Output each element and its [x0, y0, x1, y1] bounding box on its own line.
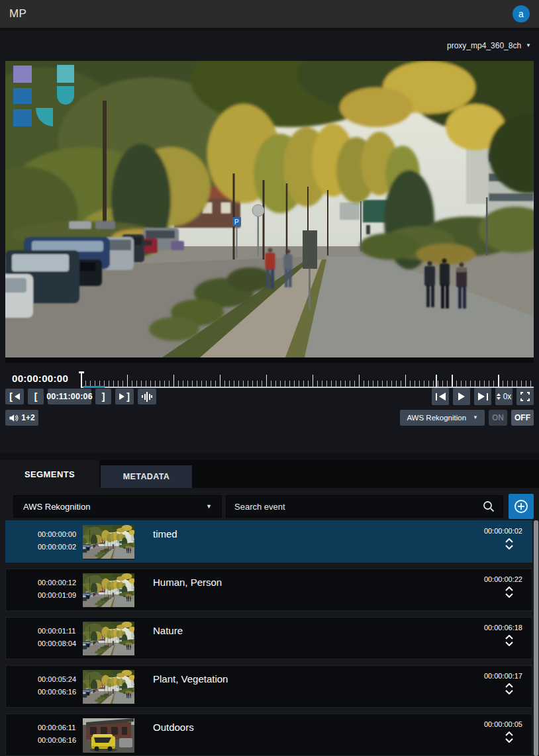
logo-shape: [57, 86, 74, 105]
goto-out-button[interactable]: ]: [115, 389, 134, 404]
overlay-service-button[interactable]: AWS Rekognition ▼: [400, 410, 485, 426]
segment-reorder: [505, 538, 513, 549]
fullscreen-icon: [520, 392, 530, 401]
move-up-button[interactable]: [505, 587, 513, 591]
segment-thumbnail: [83, 670, 134, 704]
segment-right: 00:00:00:05: [484, 718, 522, 751]
audio-channels-button[interactable]: 1+2: [5, 410, 38, 426]
speed-control-button[interactable]: 0x: [495, 388, 513, 405]
plus-circle-icon: [513, 498, 529, 514]
segment-duration: 00:00:00:02: [484, 527, 522, 535]
timeline-ticks: [81, 375, 534, 387]
segment-reorder: [505, 683, 513, 694]
add-segment-button[interactable]: [509, 494, 534, 519]
overlay-on-button[interactable]: ON: [489, 410, 507, 426]
segment-right: 00:00:06:18: [484, 622, 522, 655]
segment-row[interactable]: 00:00:00:00 00:00:00:02 timed 00:00:00:0…: [5, 520, 532, 563]
segment-row[interactable]: 00:00:05:24 00:00:06:16 Plant, Vegetatio…: [5, 665, 532, 708]
logo-shape: [36, 108, 53, 126]
current-timecode: 00:00:00:00: [12, 373, 68, 384]
segments-panel: AWS Rekognition ▼ 00:00:00:00 00:00:00:0…: [0, 488, 539, 756]
segment-thumbnail: [83, 622, 134, 656]
segment-timecodes: 00:00:06:11 00:00:06:16: [38, 718, 77, 751]
segment-right: 00:00:00:22: [484, 573, 522, 606]
playhead[interactable]: [81, 372, 82, 388]
video-frame: [5, 61, 534, 363]
tab-segments[interactable]: SEGMENTS: [0, 460, 99, 488]
next-frame-button[interactable]: [474, 388, 491, 405]
fullscreen-button[interactable]: [516, 388, 534, 405]
timeline-ruler[interactable]: [81, 371, 534, 388]
video-viewport[interactable]: [5, 61, 534, 363]
segments-list: 00:00:00:00 00:00:00:02 timed 00:00:00:0…: [5, 520, 532, 756]
segment-timecodes: 00:00:01:11 00:00:08:04: [38, 622, 77, 655]
chevron-down-icon: ▼: [206, 504, 212, 510]
service-dropdown[interactable]: AWS Rekognition ▼: [13, 495, 222, 518]
goto-in-button[interactable]: [: [5, 389, 24, 404]
segment-right: 00:00:00:02: [484, 525, 522, 558]
segment-label: Nature: [153, 622, 183, 655]
timeline: 00:00:00:00: [5, 369, 534, 389]
search-input[interactable]: [234, 502, 483, 512]
mark-out-button[interactable]: ]: [95, 389, 111, 404]
user-avatar[interactable]: a: [513, 5, 530, 23]
play-icon: [458, 393, 465, 401]
segment-label: Human, Person: [153, 573, 222, 606]
transport-controls: [ [ 00:11:00:06 ] ]: [5, 388, 534, 405]
scrollbar-track: [534, 520, 538, 756]
speed-arrows-icon: [497, 393, 501, 400]
logo-shape: [57, 65, 74, 83]
move-down-button[interactable]: [505, 641, 513, 646]
segment-label: Outdoors: [153, 718, 194, 751]
filter-row: AWS Rekognition ▼: [13, 495, 503, 518]
segment-reorder: [505, 587, 513, 598]
mark-in-button[interactable]: [: [28, 389, 44, 404]
channel-logo-watermark: [8, 65, 74, 126]
segment-label: timed: [153, 525, 177, 558]
scrollbar-thumb[interactable]: [534, 520, 538, 756]
move-down-button[interactable]: [505, 593, 513, 598]
play-button[interactable]: [453, 388, 470, 405]
bar-icon: [436, 393, 437, 401]
volume-icon: [9, 414, 19, 422]
clip-timecode-button[interactable]: 00:11:00:06: [48, 389, 91, 404]
segment-duration: 00:00:06:18: [484, 624, 522, 632]
segment-duration: 00:00:00:05: [484, 720, 522, 728]
move-down-button[interactable]: [505, 545, 513, 549]
segment-reorder: [505, 635, 513, 646]
overlay-off-button[interactable]: OFF: [511, 410, 534, 426]
search-box: [226, 495, 503, 518]
move-up-button[interactable]: [505, 732, 513, 736]
previous-frame-button[interactable]: [432, 388, 449, 405]
segment-row[interactable]: 00:00:06:11 00:00:06:16 Outdoors 00:00:0…: [5, 714, 532, 756]
search-icon[interactable]: [483, 500, 495, 512]
waveform-toggle-button[interactable]: [138, 389, 156, 404]
move-up-button[interactable]: [505, 635, 513, 639]
segment-timecodes: 00:00:05:24 00:00:06:16: [38, 670, 77, 703]
secondary-controls: 1+2 AWS Rekognition ▼ ON OFF: [5, 409, 534, 426]
segment-right: 00:00:00:17: [484, 670, 522, 703]
segment-row[interactable]: 00:00:01:11 00:00:08:04 Nature 00:00:06:…: [5, 617, 532, 659]
segment-label: Plant, Vegetation: [153, 670, 228, 703]
segment-reorder: [505, 732, 513, 743]
logo-shape: [13, 109, 32, 126]
move-up-button[interactable]: [505, 683, 513, 688]
logo-shape: [13, 88, 32, 104]
segment-row[interactable]: 00:00:00:12 00:00:01:09 Human, Person 00…: [5, 569, 532, 611]
proxy-selector-row: proxy_mp4_360_8ch ▼: [0, 30, 539, 61]
chevron-down-icon: ▼: [473, 415, 478, 420]
waveform-icon: [142, 392, 152, 402]
move-down-button[interactable]: [505, 690, 513, 694]
chevron-down-icon: ▼: [526, 43, 531, 48]
bar-icon: [487, 393, 488, 401]
move-up-button[interactable]: [505, 538, 513, 543]
top-bar: MP a: [0, 0, 539, 28]
app-title: MP: [9, 7, 26, 21]
segment-timecodes: 00:00:00:00 00:00:00:02: [38, 525, 77, 558]
timeline-marker: [436, 375, 437, 388]
logo-shape: [13, 66, 32, 83]
proxy-selector[interactable]: proxy_mp4_360_8ch: [447, 41, 521, 50]
tab-metadata[interactable]: METADATA: [101, 465, 192, 488]
segment-thumbnail: [83, 573, 134, 608]
move-down-button[interactable]: [505, 738, 513, 743]
